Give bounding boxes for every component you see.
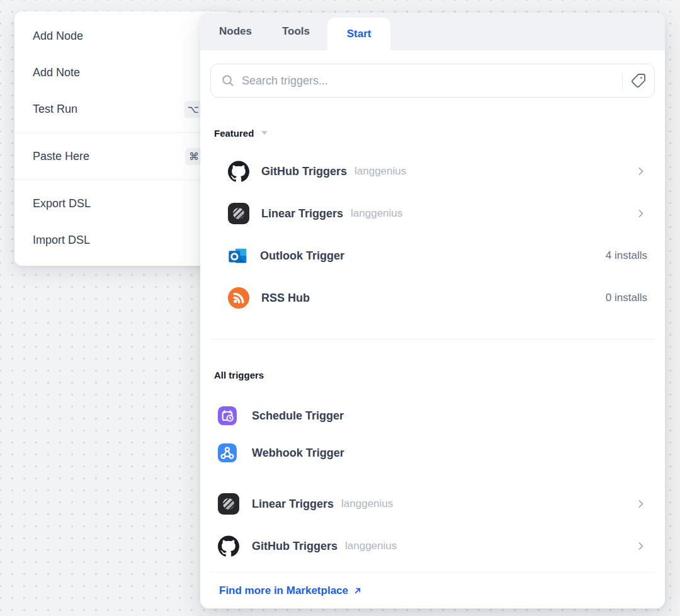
chevron-right-icon xyxy=(635,498,647,510)
webhook-icon xyxy=(218,443,237,462)
trigger-item-github-featured[interactable]: GitHub Triggers langgenius xyxy=(228,151,647,191)
section-divider xyxy=(210,339,655,339)
tab-start[interactable]: Start xyxy=(327,18,390,50)
trigger-item-github[interactable]: GitHub Triggers langgenius xyxy=(218,526,647,566)
menu-item-label: Import DSL xyxy=(33,234,90,247)
trigger-title: RSS Hub xyxy=(261,292,310,305)
trigger-title: Linear Triggers xyxy=(261,207,343,220)
trigger-title: GitHub Triggers xyxy=(252,540,337,553)
trigger-title: GitHub Triggers xyxy=(261,165,347,178)
menu-item-label: Add Node xyxy=(33,30,83,43)
all-triggers-section-header: All triggers xyxy=(214,368,655,381)
featured-section-header[interactable]: Featured xyxy=(214,127,655,139)
install-count: 4 installs xyxy=(606,249,647,262)
trigger-item-webhook[interactable]: Webhook Trigger xyxy=(218,435,647,471)
rss-icon xyxy=(228,287,249,309)
marketplace-link-label: Find more in Marketplace xyxy=(219,585,348,597)
chevron-right-icon xyxy=(635,540,647,552)
schedule-icon xyxy=(218,406,237,425)
trigger-title: Linear Triggers xyxy=(252,498,334,511)
marketplace-link[interactable]: Find more in Marketplace xyxy=(219,585,363,597)
caret-down-icon xyxy=(261,131,268,135)
all-triggers-header-label: All triggers xyxy=(214,370,264,380)
linear-icon xyxy=(218,493,239,515)
menu-item-label: Test Run xyxy=(33,103,77,116)
chevron-right-icon xyxy=(635,207,647,220)
tab-tools[interactable]: Tools xyxy=(282,25,310,38)
trigger-org: langgenius xyxy=(345,540,397,552)
search-icon xyxy=(221,74,235,88)
search-input[interactable] xyxy=(242,74,622,88)
picker-footer: Find more in Marketplace xyxy=(210,572,655,608)
trigger-org: langgenius xyxy=(354,165,406,178)
search-divider xyxy=(622,74,623,88)
linear-icon xyxy=(228,203,249,224)
trigger-org: langgenius xyxy=(351,207,402,220)
picker-body: Featured GitHub Triggers langgenius Line… xyxy=(200,50,665,608)
github-icon xyxy=(218,535,239,557)
arrow-up-right-icon xyxy=(353,586,363,596)
github-icon xyxy=(228,161,249,182)
trigger-item-rss-hub[interactable]: RSS Hub 0 installs xyxy=(228,278,647,318)
trigger-item-linear[interactable]: Linear Triggers langgenius xyxy=(218,484,647,524)
tag-icon[interactable] xyxy=(631,73,646,88)
chevron-right-icon xyxy=(635,165,647,178)
trigger-item-linear-featured[interactable]: Linear Triggers langgenius xyxy=(228,193,647,234)
menu-item-label: Paste Here xyxy=(33,150,89,163)
trigger-org: langgenius xyxy=(341,498,393,510)
menu-item-label: Add Note xyxy=(33,66,80,79)
install-count: 0 installs xyxy=(606,292,647,304)
picker-tabbar: Nodes Tools Start xyxy=(200,13,665,50)
workflow-canvas[interactable]: Add Node Add Note Test Run ⌥ Paste Here … xyxy=(0,0,680,616)
trigger-item-schedule[interactable]: Schedule Trigger xyxy=(218,398,647,433)
tab-nodes[interactable]: Nodes xyxy=(219,25,252,38)
trigger-title: Schedule Trigger xyxy=(252,409,344,423)
search-input-wrapper xyxy=(210,64,655,98)
node-picker-panel: Nodes Tools Start Featured GitHub Trigge… xyxy=(200,13,665,608)
featured-header-label: Featured xyxy=(214,128,254,139)
trigger-title: Outlook Trigger xyxy=(260,249,344,263)
menu-item-label: Export DSL xyxy=(33,197,91,210)
trigger-title: Webhook Trigger xyxy=(252,447,344,460)
outlook-icon xyxy=(228,246,248,266)
trigger-item-outlook[interactable]: Outlook Trigger 4 installs xyxy=(228,236,647,276)
